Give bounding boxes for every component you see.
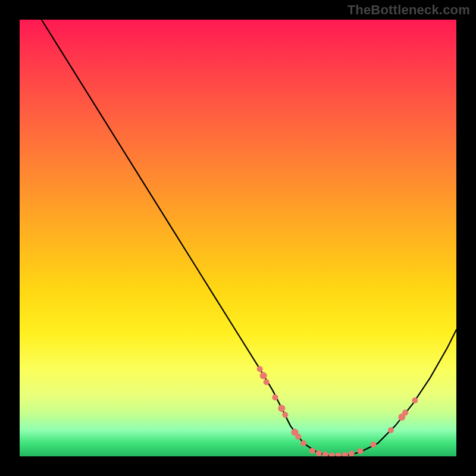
marker-dot [358, 448, 364, 454]
chart-frame: TheBottleneck.com [0, 0, 476, 476]
watermark-text: TheBottleneck.com [347, 2, 470, 18]
marker-dot [342, 452, 348, 456]
marker-dot [300, 440, 306, 446]
marker-group [257, 366, 418, 456]
marker-dot [329, 453, 335, 457]
marker-dot [316, 450, 322, 456]
plot-area [20, 20, 456, 456]
marker-dot [264, 379, 270, 385]
curve-line [42, 20, 456, 456]
marker-dot [388, 427, 394, 433]
marker-dot [412, 397, 418, 403]
marker-dot [278, 405, 285, 412]
marker-dot [309, 448, 315, 454]
marker-dot [402, 410, 408, 416]
marker-dot [371, 441, 377, 447]
marker-dot [322, 452, 328, 456]
marker-dot [336, 453, 342, 457]
marker-dot [260, 372, 267, 379]
marker-dot [349, 451, 355, 456]
chart-svg [20, 20, 456, 456]
marker-dot [295, 434, 301, 440]
marker-dot [257, 366, 263, 372]
marker-dot [282, 412, 288, 418]
marker-dot [272, 394, 278, 400]
